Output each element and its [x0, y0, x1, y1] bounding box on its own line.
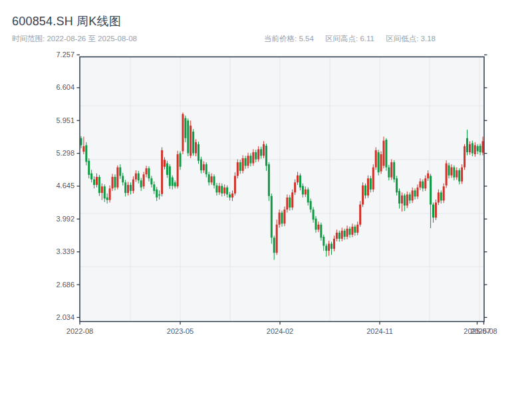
- candle-down: [174, 182, 176, 186]
- candle-down: [453, 168, 455, 178]
- y-tick-label: 3.992: [56, 215, 74, 223]
- candle-down: [150, 178, 152, 184]
- candle-down: [80, 138, 82, 146]
- candle-down: [255, 152, 257, 160]
- candle-down: [93, 180, 95, 185]
- candle-down: [422, 182, 424, 189]
- candle-down: [265, 146, 267, 166]
- candle-up: [112, 177, 114, 188]
- candle-up: [252, 152, 254, 164]
- candle-down: [172, 178, 174, 186]
- y-tick-label: 6.604: [56, 83, 74, 91]
- candle-down: [221, 186, 223, 194]
- candle-down: [273, 237, 275, 253]
- candle-up: [419, 182, 421, 188]
- candle-down: [106, 198, 108, 200]
- candle-up: [305, 190, 307, 195]
- candle-down: [477, 146, 479, 152]
- candle-down: [378, 152, 380, 172]
- candle-down: [122, 176, 124, 182]
- candle-down: [213, 176, 215, 186]
- candle-up: [416, 188, 418, 197]
- y-tick-label: 5.298: [56, 149, 74, 157]
- candle-up: [291, 192, 293, 207]
- candle-down: [307, 190, 309, 203]
- candle-down: [140, 180, 142, 188]
- candle-down: [331, 244, 332, 249]
- candle-down: [414, 190, 416, 196]
- candle-up: [203, 164, 205, 170]
- candle-down: [354, 227, 356, 233]
- candle-down: [184, 118, 186, 138]
- candle-down: [338, 233, 340, 239]
- candle-down: [268, 164, 270, 196]
- candle-down: [180, 153, 182, 166]
- candle-down: [458, 170, 460, 182]
- candle-down: [124, 182, 126, 193]
- candle-up: [190, 126, 192, 156]
- candle-up: [341, 231, 343, 239]
- candle-up: [294, 182, 296, 192]
- y-tick-label: 4.645: [56, 182, 74, 190]
- candle-down: [404, 196, 406, 205]
- candle-down: [430, 176, 432, 204]
- candle-up: [257, 149, 259, 159]
- candle-up: [161, 150, 163, 194]
- x-tick-label: 2024-11: [366, 327, 393, 335]
- x-tick-label: 2025-08: [470, 327, 497, 335]
- candle-down: [409, 194, 411, 200]
- y-tick-label: 3.339: [56, 247, 74, 255]
- candle-down: [281, 213, 283, 224]
- candle-up: [132, 180, 134, 191]
- candle-up: [450, 168, 452, 176]
- candle-down: [260, 149, 262, 156]
- candle-up: [482, 141, 484, 152]
- candle-up: [218, 186, 220, 193]
- candle-up: [427, 174, 429, 179]
- candle-up: [297, 176, 299, 183]
- y-tick-label: 7.257: [56, 51, 74, 59]
- candle-up: [362, 186, 364, 205]
- candle-down: [90, 174, 92, 180]
- candle-up: [446, 164, 448, 186]
- candle-up: [380, 154, 382, 172]
- candle-up: [263, 144, 265, 156]
- y-tick-label: 2.686: [56, 281, 74, 289]
- candle-up: [424, 178, 426, 188]
- candle-up: [177, 154, 179, 186]
- kline-chart: 7.2576.6045.9515.2984.6453.9923.3392.686…: [0, 0, 532, 399]
- candle-up: [456, 170, 458, 178]
- candle-up: [412, 190, 414, 200]
- y-tick-label: 2.034: [56, 313, 74, 321]
- kline-page: 600854.SH 周K线图 时间范围: 2022-08-26 至 2025-0…: [0, 0, 532, 399]
- candle-down: [302, 186, 304, 195]
- candle-up: [356, 225, 358, 233]
- candle-down: [148, 168, 150, 178]
- candle-down: [448, 166, 450, 176]
- candle-up: [443, 186, 445, 200]
- candle-down: [226, 188, 228, 195]
- candle-up: [237, 162, 239, 176]
- candle-up: [336, 233, 338, 239]
- candle-down: [432, 205, 434, 218]
- candle-down: [310, 201, 312, 209]
- x-tick-label: 2022-08: [66, 327, 93, 335]
- candle-down: [289, 198, 291, 207]
- candle-down: [313, 209, 315, 219]
- candle-down: [208, 174, 210, 182]
- candle-down: [466, 138, 468, 152]
- candle-up: [143, 174, 145, 186]
- candle-up: [382, 141, 384, 166]
- candle-up: [279, 213, 281, 225]
- candle-down: [385, 140, 387, 168]
- candle-up: [406, 194, 408, 205]
- candle-up: [101, 186, 103, 193]
- candle-up: [182, 114, 184, 151]
- candle-up: [127, 185, 129, 193]
- candle-down: [325, 246, 327, 251]
- candle-up: [234, 176, 236, 193]
- candle-up: [164, 160, 166, 167]
- candle-down: [169, 166, 171, 186]
- candle-down: [192, 132, 194, 154]
- candle-up: [109, 188, 111, 200]
